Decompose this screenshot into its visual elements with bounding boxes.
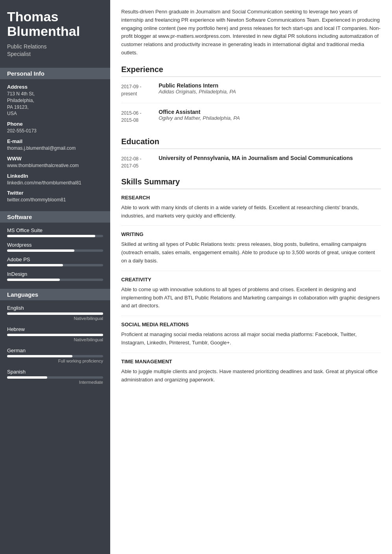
skill-name: WRITING [121, 231, 381, 237]
phone-value: 202-555-0173 [7, 128, 103, 134]
languages-section-title: Languages [0, 289, 110, 300]
language-name: Spanish [7, 369, 103, 375]
software-bar [7, 235, 103, 237]
skill-description: Able to juggle multiple clients and proj… [121, 368, 381, 384]
twitter-label: Twitter [7, 190, 103, 196]
experience-entry: 2015-06 -2015-08 Office Assistant Ogilvy… [121, 109, 381, 129]
main-content: Results-driven Penn graduate in Journali… [110, 0, 392, 554]
education-title: Education [121, 137, 381, 149]
email-value: thomas.j.blumenthal@gmail.com [7, 145, 103, 152]
education-date: 2012-08 -2017-05 [121, 154, 159, 169]
experience-list: 2017-09 -present Public Relations Intern… [121, 82, 381, 129]
software-item: Wordpress [7, 242, 103, 252]
software-item: Adobe PS [7, 257, 103, 266]
language-item: Hebrew Native/bilingual [7, 326, 103, 342]
phone-label: Phone [7, 121, 103, 127]
skill-description: Proficient at managing social media rela… [121, 331, 381, 347]
experience-date: 2015-06 -2015-08 [121, 109, 159, 124]
experience-entry: 2017-09 -present Public Relations Intern… [121, 82, 381, 103]
resume-wrapper: ThomasBlumenthal Public RelationsSpecial… [0, 0, 392, 554]
education-section: Education 2012-08 -2017-05 University of… [121, 137, 381, 169]
software-name: InDesign [7, 271, 103, 277]
language-bar-fill [7, 334, 103, 336]
sidebar: ThomasBlumenthal Public RelationsSpecial… [0, 0, 110, 554]
language-name: English [7, 305, 103, 311]
skill-name: SOCIAL MEDIA RELATIONS [121, 322, 381, 327]
software-bar-fill [7, 235, 95, 237]
job-title: Public Relations Intern [159, 82, 381, 89]
software-name: Adobe PS [7, 257, 103, 262]
software-bar-fill [7, 279, 60, 281]
skill-description: Able to come up with innovative solution… [121, 286, 381, 310]
language-item: English Native/bilingual [7, 305, 103, 321]
candidate-title: Public RelationsSpecialist [7, 43, 103, 58]
software-name: MS Office Suite [7, 227, 103, 233]
software-bar-fill [7, 264, 63, 266]
software-list: MS Office Suite Wordpress Adobe PS InDes… [7, 227, 103, 281]
address-label: Address [7, 84, 103, 90]
www-value: www.thomblumenthalcreative.com [7, 162, 103, 169]
candidate-name: ThomasBlumenthal [7, 9, 103, 39]
skills-section: Skills Summary RESEARCH Able to work wit… [121, 177, 381, 390]
summary-text: Results-driven Penn graduate in Journali… [121, 8, 381, 57]
skill-entry: RESEARCH Able to work with many kinds of… [121, 195, 381, 226]
language-item: Spanish Intermediate [7, 369, 103, 385]
www-label: WWW [7, 156, 103, 162]
language-name: German [7, 348, 103, 353]
education-entry: 2012-08 -2017-05 University of Pennsylva… [121, 154, 381, 169]
skill-name: TIME MANAGEMENT [121, 359, 381, 364]
software-item: InDesign [7, 271, 103, 281]
software-name: Wordpress [7, 242, 103, 248]
language-bar [7, 355, 103, 357]
experience-title: Experience [121, 65, 381, 77]
software-bar-fill [7, 249, 74, 252]
language-level: Full working proficiency [7, 359, 103, 363]
experience-date: 2017-09 -present [121, 82, 159, 97]
address-value: 713 N 4th St,Philadelphia,PA 19123,USA [7, 91, 103, 117]
twitter-value: twitter.com/thommybloom81 [7, 197, 103, 203]
job-company: Adidas Originals, Philadelphia, PA [159, 89, 381, 95]
language-level: Native/bilingual [7, 337, 103, 342]
education-list: 2012-08 -2017-05 University of Pennsylva… [121, 154, 381, 169]
language-bar [7, 312, 103, 315]
skill-entry: TIME MANAGEMENT Able to juggle multiple … [121, 359, 381, 390]
experience-section: Experience 2017-09 -present Public Relat… [121, 65, 381, 129]
personal-info-section-title: Personal Info [0, 68, 110, 79]
language-bar [7, 376, 103, 379]
software-section-title: Software [0, 211, 110, 223]
language-bar-fill [7, 355, 72, 357]
skill-entry: WRITING Skilled at writing all types of … [121, 231, 381, 271]
software-bar [7, 264, 103, 266]
language-bar-fill [7, 376, 47, 379]
skills-list: RESEARCH Able to work with many kinds of… [121, 195, 381, 390]
job-title: Office Assistant [159, 109, 381, 115]
linkedin-value: linkedin.com/me/thomblumenthal81 [7, 180, 103, 186]
language-name: Hebrew [7, 326, 103, 332]
language-bar-fill [7, 312, 103, 315]
language-level: Native/bilingual [7, 316, 103, 321]
skill-entry: SOCIAL MEDIA RELATIONS Proficient at man… [121, 322, 381, 353]
linkedin-label: LinkedIn [7, 173, 103, 179]
skill-entry: CREATIVITY Able to come up with innovati… [121, 277, 381, 316]
skill-description: Able to work with many kinds of clients … [121, 204, 381, 220]
education-degree: University of Pennsylvania, MA in Journa… [159, 154, 381, 162]
education-detail: University of Pennsylvania, MA in Journa… [159, 154, 381, 169]
software-bar [7, 249, 103, 252]
experience-detail: Office Assistant Ogilvy and Mather, Phil… [159, 109, 381, 124]
language-level: Intermediate [7, 380, 103, 385]
experience-detail: Public Relations Intern Adidas Originals… [159, 82, 381, 97]
skill-description: Skilled at writing all types of Public R… [121, 240, 381, 265]
skill-name: CREATIVITY [121, 277, 381, 283]
email-label: E-mail [7, 138, 103, 144]
software-item: MS Office Suite [7, 227, 103, 237]
skills-title: Skills Summary [121, 177, 381, 189]
languages-list: English Native/bilingual Hebrew Native/b… [7, 305, 103, 385]
software-bar [7, 279, 103, 281]
language-item: German Full working proficiency [7, 348, 103, 363]
language-bar [7, 334, 103, 336]
job-company: Ogilvy and Mather, Philadelphia, PA [159, 115, 381, 121]
skill-name: RESEARCH [121, 195, 381, 201]
